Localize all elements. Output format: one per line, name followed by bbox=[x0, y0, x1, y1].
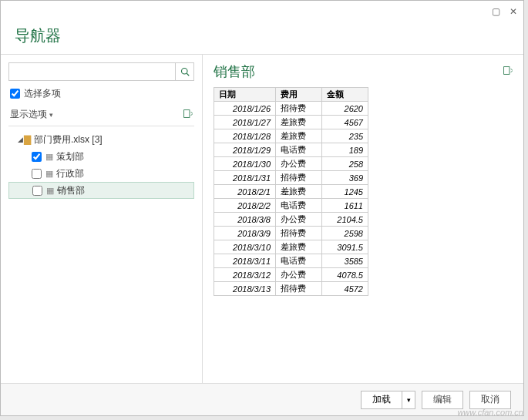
cell-date: 2018/3/12 bbox=[214, 268, 276, 282]
select-multiple-input[interactable] bbox=[10, 89, 20, 99]
table-header-cell: 费用 bbox=[276, 88, 322, 102]
sheet-icon: ▦ bbox=[46, 186, 54, 196]
cell-amount: 1245 bbox=[322, 185, 368, 199]
cancel-button[interactable]: 取消 bbox=[469, 391, 511, 409]
cell-amount: 4078.5 bbox=[322, 268, 368, 282]
cell-amount: 2104.5 bbox=[322, 213, 368, 227]
cell-type: 差旅费 bbox=[276, 185, 322, 199]
table-row: 2018/1/31招待费369 bbox=[214, 171, 368, 185]
left-pane: 选择多项 显示选项 ◢ ▇ 部门费用.xlsx [3] ▦策划部▦行政部▦销售部 bbox=[1, 55, 203, 383]
cell-date: 2018/2/2 bbox=[214, 199, 276, 213]
refresh-icon[interactable] bbox=[183, 109, 193, 121]
table-row: 2018/2/1差旅费1245 bbox=[214, 185, 368, 199]
cell-type: 电话费 bbox=[276, 254, 322, 268]
tree-sheet-item[interactable]: ▦销售部 bbox=[8, 182, 194, 199]
cell-date: 2018/3/9 bbox=[214, 227, 276, 240]
cell-type: 招待费 bbox=[276, 227, 322, 240]
cell-date: 2018/3/10 bbox=[214, 240, 276, 254]
table-row: 2018/1/28差旅费235 bbox=[214, 129, 368, 143]
tree-sheet-item[interactable]: ▦行政部 bbox=[8, 165, 194, 182]
table-row: 2018/1/29电话费189 bbox=[214, 143, 368, 157]
preview-action-icon[interactable] bbox=[503, 66, 513, 78]
select-multiple-label: 选择多项 bbox=[24, 87, 61, 100]
table-row: 2018/2/2电话费1611 bbox=[214, 199, 368, 213]
cell-date: 2018/1/26 bbox=[214, 102, 276, 116]
tree-root-file[interactable]: ◢ ▇ 部门费用.xlsx [3] bbox=[8, 131, 194, 148]
cell-date: 2018/2/1 bbox=[214, 185, 276, 199]
tree-root-label: 部门费用.xlsx [3] bbox=[34, 133, 103, 146]
preview-pane: 销售部 日期费用金额 2018/1/26招待费26202018/1/27差旅费4… bbox=[203, 55, 523, 383]
cell-date: 2018/1/28 bbox=[214, 129, 276, 143]
tree-item-checkbox[interactable] bbox=[32, 169, 42, 179]
cell-amount: 4567 bbox=[322, 116, 368, 129]
display-options-dropdown[interactable]: 显示选项 bbox=[10, 108, 53, 121]
cell-type: 招待费 bbox=[276, 102, 322, 116]
preview-table: 日期费用金额 2018/1/26招待费26202018/1/27差旅费45672… bbox=[214, 87, 368, 296]
cell-amount: 369 bbox=[322, 171, 368, 185]
sheet-icon: ▦ bbox=[45, 169, 53, 179]
search-icon[interactable] bbox=[175, 63, 193, 80]
svg-point-0 bbox=[181, 69, 187, 75]
tree-sheet-item[interactable]: ▦策划部 bbox=[8, 148, 194, 165]
navigator-dialog: ▢ ✕ 导航器 选择多项 显示选项 ◢ bbox=[0, 0, 524, 416]
tree-item-checkbox[interactable] bbox=[32, 186, 42, 196]
cell-date: 2018/3/8 bbox=[214, 213, 276, 227]
table-row: 2018/3/10差旅费3091.5 bbox=[214, 240, 368, 254]
caret-down-icon[interactable]: ◢ bbox=[16, 136, 24, 143]
tree-item-checkbox[interactable] bbox=[32, 152, 42, 162]
cell-date: 2018/3/11 bbox=[214, 254, 276, 268]
cell-date: 2018/1/30 bbox=[214, 157, 276, 171]
search-box bbox=[8, 62, 194, 81]
cell-amount: 235 bbox=[322, 129, 368, 143]
table-row: 2018/1/30办公费258 bbox=[214, 157, 368, 171]
sheet-icon: ▦ bbox=[45, 152, 53, 162]
folder-icon: ▇ bbox=[24, 134, 31, 145]
cell-type: 办公费 bbox=[276, 157, 322, 171]
content-area: 选择多项 显示选项 ◢ ▇ 部门费用.xlsx [3] ▦策划部▦行政部▦销售部… bbox=[1, 54, 523, 383]
cell-amount: 3585 bbox=[322, 254, 368, 268]
cell-amount: 4572 bbox=[322, 282, 368, 296]
table-header-cell: 金额 bbox=[322, 88, 368, 102]
table-row: 2018/1/27差旅费4567 bbox=[214, 116, 368, 129]
tree-item-label: 行政部 bbox=[56, 167, 84, 180]
table-row: 2018/3/9招待费2598 bbox=[214, 227, 368, 240]
cell-amount: 1611 bbox=[322, 199, 368, 213]
cell-amount: 3091.5 bbox=[322, 240, 368, 254]
cell-type: 招待费 bbox=[276, 282, 322, 296]
cell-amount: 189 bbox=[322, 143, 368, 157]
table-row: 2018/3/13招待费4572 bbox=[214, 282, 368, 296]
svg-rect-2 bbox=[184, 109, 190, 117]
preview-title: 销售部 bbox=[214, 62, 255, 81]
load-button-group: 加载 ▾ bbox=[361, 391, 415, 409]
close-icon[interactable]: ✕ bbox=[510, 6, 517, 17]
cell-date: 2018/1/27 bbox=[214, 116, 276, 129]
cell-amount: 258 bbox=[322, 157, 368, 171]
table-row: 2018/3/11电话费3585 bbox=[214, 254, 368, 268]
load-dropdown-button[interactable]: ▾ bbox=[402, 391, 415, 409]
search-input[interactable] bbox=[9, 63, 175, 80]
cell-type: 招待费 bbox=[276, 171, 322, 185]
load-button[interactable]: 加载 bbox=[361, 391, 402, 409]
titlebar: ▢ ✕ bbox=[1, 1, 523, 22]
table-row: 2018/3/8办公费2104.5 bbox=[214, 213, 368, 227]
preview-header: 销售部 bbox=[214, 62, 513, 81]
cell-date: 2018/1/31 bbox=[214, 171, 276, 185]
table-row: 2018/1/26招待费2620 bbox=[214, 102, 368, 116]
cell-type: 电话费 bbox=[276, 199, 322, 213]
cell-date: 2018/3/13 bbox=[214, 282, 276, 296]
tree-item-label: 销售部 bbox=[57, 184, 85, 197]
svg-line-1 bbox=[187, 73, 189, 76]
maximize-icon[interactable]: ▢ bbox=[492, 6, 500, 17]
svg-rect-3 bbox=[504, 67, 510, 75]
tree-view: ◢ ▇ 部门费用.xlsx [3] ▦策划部▦行政部▦销售部 bbox=[8, 131, 194, 199]
table-header-cell: 日期 bbox=[214, 88, 276, 102]
cell-type: 电话费 bbox=[276, 143, 322, 157]
cell-type: 差旅费 bbox=[276, 240, 322, 254]
select-multiple-checkbox[interactable]: 选择多项 bbox=[8, 87, 194, 100]
cell-type: 差旅费 bbox=[276, 129, 322, 143]
cell-type: 办公费 bbox=[276, 268, 322, 282]
tree-item-label: 策划部 bbox=[56, 150, 84, 163]
dialog-title: 导航器 bbox=[1, 22, 523, 54]
cell-type: 办公费 bbox=[276, 213, 322, 227]
edit-button[interactable]: 编辑 bbox=[422, 391, 463, 409]
